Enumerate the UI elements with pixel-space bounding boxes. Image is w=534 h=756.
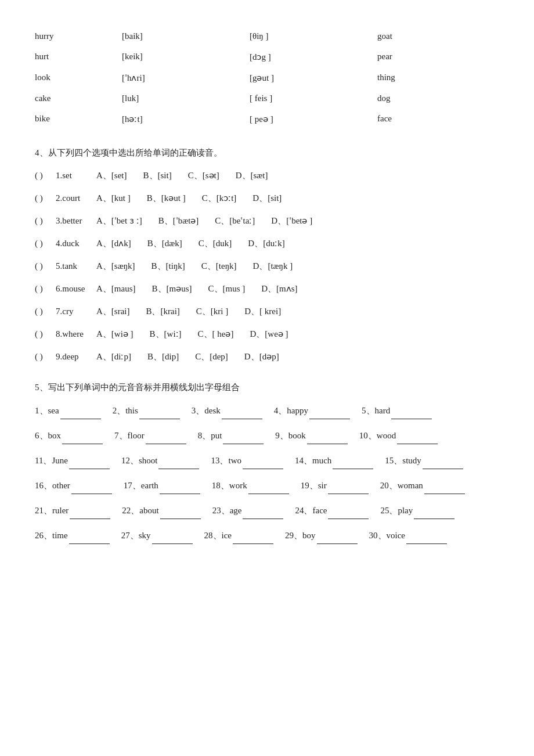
phonetic-ipa1: [ˈhʌri] xyxy=(122,70,250,85)
vocab-item: 1、sea xyxy=(35,401,102,419)
vocab-num: 29、 xyxy=(285,531,302,540)
fill-blank[interactable] xyxy=(243,451,283,469)
vocab-word: woman xyxy=(398,481,423,490)
vocab-item: 18、work xyxy=(212,476,290,494)
mc-item: ( )7.cryA、[srai]B、[krai]C、[kri ]D、[ krei… xyxy=(35,304,499,319)
fill-blank[interactable] xyxy=(309,401,350,419)
vocab-word: time xyxy=(52,531,68,540)
vocab-word: box xyxy=(48,431,62,440)
mc-option: A、[ˈbet ɜ ː] xyxy=(96,213,142,229)
phonetic-word1: hurt xyxy=(35,49,122,64)
mc-option: D、[mʌs] xyxy=(261,281,297,297)
mc-options: A、[sæŋk]B、[tiŋk]C、[teŋk]D、[tæŋk ] xyxy=(96,258,293,274)
mc-options: A、[kut ]B、[kəut ]C、[kɔːt]D、[sit] xyxy=(96,190,282,206)
phonetic-ipa1: [baik] xyxy=(122,29,250,44)
fill-blank[interactable] xyxy=(69,526,110,544)
phonetic-ipa1: [keik] xyxy=(122,49,250,64)
vocab-word: wood xyxy=(377,431,396,440)
fill-blank[interactable] xyxy=(60,401,101,419)
mc-option: D、[duːk] xyxy=(248,236,284,251)
vocab-word: this xyxy=(125,406,138,415)
fill-blank[interactable] xyxy=(160,476,200,494)
vocab-item: 2、this xyxy=(113,401,181,419)
fill-blank[interactable] xyxy=(70,501,110,519)
section5: 5、写出下列单词中的元音音标并用横线划出字母组合 1、sea 2、this 3、… xyxy=(35,382,499,544)
vocab-item: 22、about xyxy=(122,501,201,519)
fill-blank[interactable] xyxy=(391,401,432,419)
mc-parenthesis: ( ) xyxy=(35,258,56,274)
phonetic-word2: goat xyxy=(377,29,464,44)
vocab-item: 15、study xyxy=(385,451,464,469)
fill-blank[interactable] xyxy=(328,476,369,494)
fill-blank[interactable] xyxy=(243,501,283,519)
vocab-item: 14、much xyxy=(295,451,374,469)
mc-item: ( )5.tankA、[sæŋk]B、[tiŋk]C、[teŋk]D、[tæŋk… xyxy=(35,258,499,274)
fill-blank[interactable] xyxy=(414,501,454,519)
vocab-item: 26、time xyxy=(35,526,111,544)
mc-option: D、[ krei] xyxy=(244,304,281,319)
phonetic-word1: look xyxy=(35,70,122,85)
vocab-item: 29、boy xyxy=(285,526,359,544)
vocab-word: about xyxy=(139,506,158,515)
phonetic-word2: dog xyxy=(377,91,464,106)
fill-blank[interactable] xyxy=(69,451,110,469)
mc-item: ( )6.mouseA、[maus]B、[məus]C、[mus ]D、[mʌs… xyxy=(35,281,499,297)
fill-blank[interactable] xyxy=(424,476,465,494)
mc-option: A、[srai] xyxy=(96,304,129,319)
vocab-num: 14、 xyxy=(295,456,312,465)
phonetic-word1: bike xyxy=(35,111,122,127)
mc-option: D、[ˈbetə ] xyxy=(271,213,312,229)
mc-number: 2.court xyxy=(56,190,96,206)
fill-blank[interactable] xyxy=(222,401,262,419)
fill-blank[interactable] xyxy=(423,451,463,469)
vocab-word: two xyxy=(228,456,241,465)
mc-option: A、[diːp] xyxy=(96,349,131,365)
section4-title: 4、从下列四个选项中选出所给单词的正确读音。 xyxy=(35,147,499,159)
vocab-num: 25、 xyxy=(380,506,398,515)
fill-blank[interactable] xyxy=(248,476,289,494)
fill-blank[interactable] xyxy=(158,451,199,469)
mc-option: A、[dʌk] xyxy=(96,236,131,251)
fill-blank[interactable] xyxy=(333,451,373,469)
phonetic-word1: cake xyxy=(35,91,122,106)
fill-blank[interactable] xyxy=(160,501,201,519)
vocab-num: 21、 xyxy=(35,506,52,515)
fill-blank[interactable] xyxy=(139,401,180,419)
fill-blank[interactable] xyxy=(71,476,112,494)
fill-blank[interactable] xyxy=(406,526,447,544)
vocab-item: 12、shoot xyxy=(121,451,201,469)
phonetic-ipa2: [gəut ] xyxy=(250,70,377,85)
mc-option: B、[tiŋk] xyxy=(151,258,185,274)
fill-blank[interactable] xyxy=(146,426,186,444)
fill-blank[interactable] xyxy=(328,501,369,519)
mc-options: A、[dʌk]B、[dæk]C、[duk]D、[duːk] xyxy=(96,236,285,251)
vocab-word: sky xyxy=(139,531,151,540)
fill-blank[interactable] xyxy=(397,426,438,444)
section4: 4、从下列四个选项中选出所给单词的正确读音。 ( )1.setA、[set]B、… xyxy=(35,147,499,365)
mc-number: 7.cry xyxy=(56,304,96,319)
mc-option: B、[wiː] xyxy=(150,326,182,342)
vocab-row: 6、box 7、floor 8、put 9、book 10、wood xyxy=(35,426,499,444)
fill-blank[interactable] xyxy=(223,426,264,444)
mc-parenthesis: ( ) xyxy=(35,236,56,251)
fill-blank[interactable] xyxy=(152,526,193,544)
vocab-word: happy xyxy=(287,406,308,415)
fill-blank[interactable] xyxy=(62,426,103,444)
vocab-item: 27、sky xyxy=(121,526,194,544)
mc-option: B、[ˈbætə] xyxy=(158,213,199,229)
vocab-item: 13、two xyxy=(211,451,284,469)
fill-blank[interactable] xyxy=(307,426,348,444)
mc-option: C、[teŋk] xyxy=(201,258,237,274)
phonetic-ipa2: [ peə ] xyxy=(250,111,377,127)
vocab-item: 10、wood xyxy=(359,426,439,444)
phonetic-ipa2: [ feis ] xyxy=(250,91,377,106)
fill-blank[interactable] xyxy=(317,526,358,544)
fill-blank[interactable] xyxy=(233,526,273,544)
vocab-word: floor xyxy=(128,431,145,440)
mc-option: D、[sit] xyxy=(252,190,282,206)
mc-parenthesis: ( ) xyxy=(35,168,56,183)
vocab-word: ice xyxy=(222,531,232,540)
vocab-num: 2、 xyxy=(113,406,126,415)
phonetic-word2: face xyxy=(377,111,464,127)
vocab-word: book xyxy=(288,431,306,440)
